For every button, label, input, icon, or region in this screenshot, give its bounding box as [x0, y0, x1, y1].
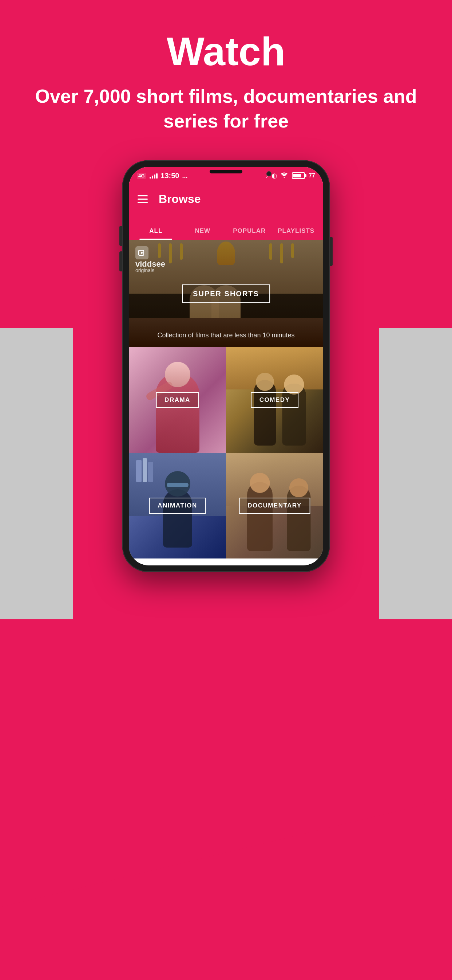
status-time: 13:50	[160, 172, 179, 180]
side-panel-right	[379, 328, 452, 619]
network-badge: 4G	[137, 173, 146, 179]
wifi-icon	[280, 172, 288, 180]
app-header: Browse	[129, 185, 323, 213]
documentary-label-text: DOCUMENTARY	[247, 502, 302, 509]
svg-marker-2	[141, 252, 144, 254]
hamburger-line-2	[138, 199, 148, 200]
volume-down-button	[119, 251, 122, 271]
hamburger-line-1	[138, 195, 148, 196]
signal-icon	[149, 173, 158, 178]
alarm-icon: ◐	[271, 172, 277, 180]
genre-cell-comedy[interactable]: COMEDY	[226, 347, 323, 453]
signal-bar-3	[154, 175, 155, 178]
phone-speaker	[209, 170, 243, 173]
signal-bar-1	[149, 177, 151, 178]
viddsee-logo: viddsee originals	[135, 246, 165, 273]
signal-bar-4	[156, 173, 158, 178]
power-button	[330, 237, 333, 266]
hero-badge-text: SUPER SHORTS	[193, 289, 259, 297]
side-panel-left	[0, 328, 73, 619]
tabs-bar: ALL NEW POPULAR PLAYLISTS	[129, 213, 323, 240]
promo-title: Watch	[22, 29, 430, 73]
viddsee-icon	[135, 246, 149, 259]
tab-all[interactable]: ALL	[132, 228, 179, 240]
genre-grid: DRAMA	[129, 347, 323, 558]
status-left: 4G 13:50 ...	[137, 172, 188, 180]
svg-point-0	[284, 177, 285, 178]
comedy-label: COMEDY	[251, 392, 299, 408]
phone-screen: 4G 13:50 ... ⁄ ◐	[129, 167, 323, 565]
hero-badge: SUPER SHORTS	[182, 284, 270, 303]
battery-fill	[293, 174, 301, 177]
viddsee-sub: originals	[135, 267, 154, 273]
volume-up-button	[119, 226, 122, 246]
tab-popular[interactable]: POPULAR	[226, 228, 273, 240]
bottom-shape	[0, 798, 452, 980]
genre-cell-animation[interactable]: ANIMATION	[129, 453, 226, 558]
status-dots: ...	[182, 172, 188, 180]
genre-cell-drama[interactable]: DRAMA	[129, 347, 226, 453]
documentary-label: DOCUMENTARY	[239, 498, 311, 514]
tab-new[interactable]: NEW	[179, 228, 226, 240]
hero-card[interactable]: viddsee originals SUPER SHORTS Collectio…	[129, 240, 323, 347]
status-right: ⁄ ◐	[268, 172, 315, 180]
battery-icon	[292, 172, 305, 179]
phone-mockup: 4G 13:50 ... ⁄ ◐	[122, 160, 330, 572]
comedy-label-text: COMEDY	[260, 396, 290, 403]
app-title: Browse	[159, 192, 201, 206]
phone-camera	[266, 171, 271, 176]
tab-playlists[interactable]: PLAYLISTS	[273, 228, 320, 240]
drama-label: DRAMA	[156, 392, 199, 408]
genre-cell-documentary[interactable]: DOCUMENTARY	[226, 453, 323, 558]
hero-description: Collection of films that are less than 1…	[129, 331, 323, 339]
animation-label: ANIMATION	[149, 498, 206, 514]
signal-bar-2	[152, 176, 153, 178]
animation-label-text: ANIMATION	[158, 502, 197, 509]
hamburger-line-3	[138, 202, 148, 203]
menu-button[interactable]	[138, 195, 148, 203]
content-area: viddsee originals SUPER SHORTS Collectio…	[129, 240, 323, 558]
promo-subtitle: Over 7,000 short films, documentaries an…	[22, 84, 430, 133]
promo-section: Watch Over 7,000 short films, documentar…	[0, 0, 452, 155]
phone-shell: 4G 13:50 ... ⁄ ◐	[122, 160, 330, 572]
drama-label-text: DRAMA	[165, 396, 190, 403]
battery-level: 77	[309, 172, 315, 179]
